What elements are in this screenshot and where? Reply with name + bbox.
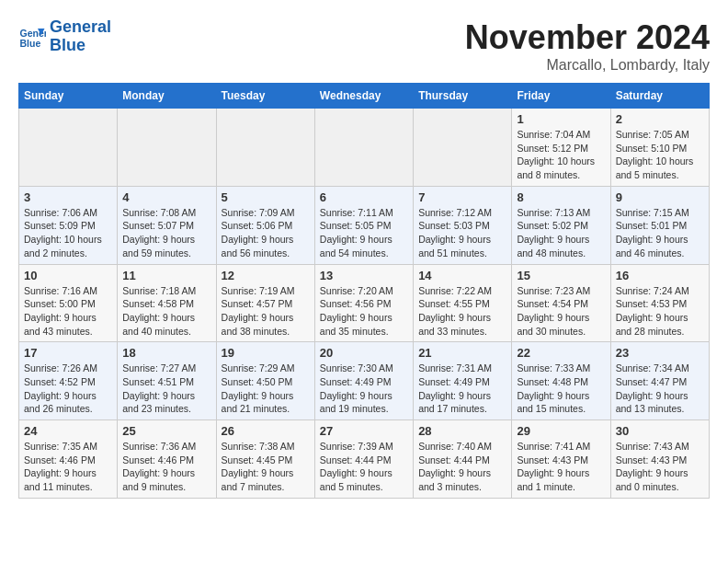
day-number: 29 [517,424,605,438]
calendar-cell: 5Sunrise: 7:09 AMSunset: 5:06 PMDaylight… [216,186,314,264]
calendar-cell: 20Sunrise: 7:30 AMSunset: 4:49 PMDayligh… [314,342,413,420]
calendar-cell: 8Sunrise: 7:13 AMSunset: 5:02 PMDaylight… [512,186,610,264]
day-info: Sunrise: 7:12 AMSunset: 5:03 PMDaylight:… [418,206,506,260]
day-info: Sunrise: 7:31 AMSunset: 4:49 PMDaylight:… [418,362,506,416]
day-info: Sunrise: 7:22 AMSunset: 4:55 PMDaylight:… [418,284,506,339]
calendar-cell: 15Sunrise: 7:23 AMSunset: 4:54 PMDayligh… [512,264,610,342]
day-info: Sunrise: 7:18 AMSunset: 4:58 PMDaylight:… [122,284,210,339]
location-title: Marcallo, Lombardy, Italy [465,57,710,74]
calendar-cell: 24Sunrise: 7:35 AMSunset: 4:46 PMDayligh… [19,420,118,499]
day-info: Sunrise: 7:40 AMSunset: 4:44 PMDaylight:… [418,440,506,494]
calendar-cell: 18Sunrise: 7:27 AMSunset: 4:51 PMDayligh… [118,342,216,420]
weekday-header-friday: Friday [512,84,610,109]
day-number: 10 [24,269,112,282]
day-info: Sunrise: 7:15 AMSunset: 5:01 PMDaylight:… [616,206,704,260]
day-info: Sunrise: 7:24 AMSunset: 4:53 PMDaylight:… [616,284,704,339]
calendar-cell: 10Sunrise: 7:16 AMSunset: 5:00 PMDayligh… [19,264,118,342]
day-info: Sunrise: 7:29 AMSunset: 4:50 PMDaylight:… [222,362,310,416]
weekday-header-row: SundayMondayTuesdayWednesdayThursdayFrid… [19,84,710,109]
title-area: November 2024 Marcallo, Lombardy, Italy [465,18,710,74]
day-number: 18 [122,346,210,360]
day-number: 6 [320,190,408,204]
weekday-header-monday: Monday [118,84,216,109]
day-number: 26 [222,424,310,438]
day-info: Sunrise: 7:35 AMSunset: 4:46 PMDaylight:… [24,440,112,494]
day-number: 12 [222,269,310,282]
day-info: Sunrise: 7:30 AMSunset: 4:49 PMDaylight:… [320,362,408,416]
calendar-week-5: 24Sunrise: 7:35 AMSunset: 4:46 PMDayligh… [19,420,710,499]
day-info: Sunrise: 7:41 AMSunset: 4:43 PMDaylight:… [517,440,605,494]
calendar-cell: 13Sunrise: 7:20 AMSunset: 4:56 PMDayligh… [314,264,413,342]
day-info: Sunrise: 7:36 AMSunset: 4:46 PMDaylight:… [122,440,210,494]
weekday-header-tuesday: Tuesday [216,84,314,109]
day-number: 4 [122,190,210,204]
day-info: Sunrise: 7:09 AMSunset: 5:06 PMDaylight:… [222,206,310,260]
day-info: Sunrise: 7:04 AMSunset: 5:12 PMDaylight:… [517,128,605,182]
calendar-cell: 23Sunrise: 7:34 AMSunset: 4:47 PMDayligh… [610,342,709,420]
day-number: 16 [616,269,704,282]
calendar-cell: 2Sunrise: 7:05 AMSunset: 5:10 PMDaylight… [610,109,709,187]
calendar-cell: 22Sunrise: 7:33 AMSunset: 4:48 PMDayligh… [512,342,610,420]
day-number: 17 [24,346,112,360]
day-info: Sunrise: 7:38 AMSunset: 4:45 PMDaylight:… [222,440,310,494]
day-info: Sunrise: 7:26 AMSunset: 4:52 PMDaylight:… [24,362,112,416]
day-number: 24 [24,424,112,438]
calendar-cell: 19Sunrise: 7:29 AMSunset: 4:50 PMDayligh… [216,342,314,420]
calendar-cell: 25Sunrise: 7:36 AMSunset: 4:46 PMDayligh… [118,420,216,499]
calendar-cell: 29Sunrise: 7:41 AMSunset: 4:43 PMDayligh… [512,420,610,499]
day-number: 5 [222,190,310,204]
day-number: 15 [517,269,605,282]
day-info: Sunrise: 7:34 AMSunset: 4:47 PMDaylight:… [616,362,704,416]
month-title: November 2024 [465,18,710,57]
calendar-cell [118,109,216,187]
day-number: 1 [517,112,605,126]
calendar-cell: 12Sunrise: 7:19 AMSunset: 4:57 PMDayligh… [216,264,314,342]
day-number: 13 [320,269,408,282]
weekday-header-wednesday: Wednesday [314,84,413,109]
day-number: 14 [418,269,506,282]
calendar-cell: 9Sunrise: 7:15 AMSunset: 5:01 PMDaylight… [610,186,709,264]
weekday-header-sunday: Sunday [19,84,118,109]
day-info: Sunrise: 7:19 AMSunset: 4:57 PMDaylight:… [222,284,310,339]
day-info: Sunrise: 7:11 AMSunset: 5:05 PMDaylight:… [320,206,408,260]
day-number: 3 [24,190,112,204]
calendar-cell: 3Sunrise: 7:06 AMSunset: 5:09 PMDaylight… [19,186,118,264]
day-info: Sunrise: 7:08 AMSunset: 5:07 PMDaylight:… [122,206,210,260]
calendar-cell: 30Sunrise: 7:43 AMSunset: 4:43 PMDayligh… [610,420,709,499]
day-info: Sunrise: 7:27 AMSunset: 4:51 PMDaylight:… [122,362,210,416]
day-number: 23 [616,346,704,360]
calendar-cell: 6Sunrise: 7:11 AMSunset: 5:05 PMDaylight… [314,186,413,264]
calendar-cell: 4Sunrise: 7:08 AMSunset: 5:07 PMDaylight… [118,186,216,264]
day-number: 21 [418,346,506,360]
calendar-cell: 7Sunrise: 7:12 AMSunset: 5:03 PMDaylight… [414,186,512,264]
day-number: 25 [122,424,210,438]
calendar-cell: 26Sunrise: 7:38 AMSunset: 4:45 PMDayligh… [216,420,314,499]
day-number: 30 [616,424,704,438]
day-info: Sunrise: 7:05 AMSunset: 5:10 PMDaylight:… [616,128,704,182]
calendar-body: 1Sunrise: 7:04 AMSunset: 5:12 PMDaylight… [19,109,710,499]
day-number: 2 [616,112,704,126]
day-number: 11 [122,269,210,282]
day-info: Sunrise: 7:23 AMSunset: 4:54 PMDaylight:… [517,284,605,339]
calendar-cell [414,109,512,187]
day-info: Sunrise: 7:20 AMSunset: 4:56 PMDaylight:… [320,284,408,339]
day-number: 9 [616,190,704,204]
calendar-cell: 14Sunrise: 7:22 AMSunset: 4:55 PMDayligh… [414,264,512,342]
weekday-header-saturday: Saturday [610,84,709,109]
calendar-cell: 17Sunrise: 7:26 AMSunset: 4:52 PMDayligh… [19,342,118,420]
logo-icon: General Blue [18,23,46,51]
calendar-table: SundayMondayTuesdayWednesdayThursdayFrid… [18,83,710,499]
day-number: 7 [418,190,506,204]
day-number: 27 [320,424,408,438]
svg-text:Blue: Blue [20,37,41,48]
logo: General Blue General Blue [18,18,111,55]
day-number: 22 [517,346,605,360]
calendar-cell [19,109,118,187]
day-number: 19 [222,346,310,360]
day-info: Sunrise: 7:13 AMSunset: 5:02 PMDaylight:… [517,206,605,260]
calendar-cell [216,109,314,187]
calendar-week-1: 1Sunrise: 7:04 AMSunset: 5:12 PMDaylight… [19,109,710,187]
calendar-cell: 16Sunrise: 7:24 AMSunset: 4:53 PMDayligh… [610,264,709,342]
logo-text: General Blue [50,18,111,55]
day-info: Sunrise: 7:43 AMSunset: 4:43 PMDaylight:… [616,440,704,494]
